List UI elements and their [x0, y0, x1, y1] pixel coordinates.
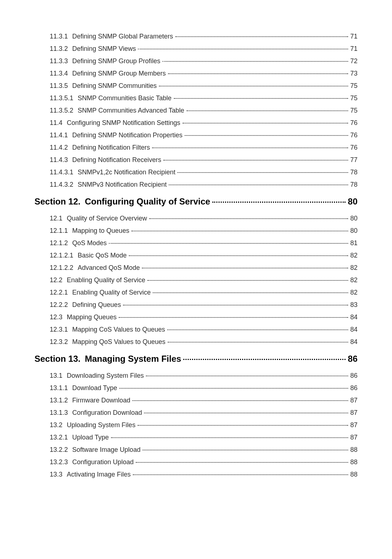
toc-entry-title: Defining Notification Receivers: [72, 156, 161, 164]
toc-leader-dots: [183, 123, 348, 123]
toc-entry-page: 81: [350, 239, 358, 247]
toc-leader-dots: [174, 98, 348, 99]
toc-entry-number: 11.3.1: [50, 33, 68, 40]
toc-entry: 12.1.2QoS Modes81: [34, 239, 358, 247]
toc-leader-dots: [132, 400, 348, 401]
toc-entry-title: Downloading System Files: [67, 372, 144, 380]
toc-entry: 11.4.3Defining Notification Receivers77: [34, 156, 358, 164]
toc-entry: 12.1.2.2Advanced QoS Mode82: [34, 264, 358, 272]
toc-entry-number: 12.1.1: [50, 227, 68, 235]
toc-entry: 12.3.2Mapping QoS Values to Queues84: [34, 338, 358, 346]
toc-entry-title: SNMPv1,2c Notification Recipient: [78, 169, 175, 176]
toc-entry-page: 76: [350, 119, 358, 127]
toc-entry-number: 11.4.3.1: [50, 169, 73, 176]
toc-entry-title: Defining SNMP Group Profiles: [72, 57, 160, 65]
toc-entry-page: 82: [350, 252, 358, 259]
toc-leader-dots: [138, 425, 348, 426]
toc-entry-page: 76: [350, 131, 358, 139]
toc-entry: 13.2.1Upload Type87: [34, 434, 358, 441]
toc-entry: 13.1Downloading System Files86: [34, 372, 358, 380]
toc-entry-number: 13.1: [50, 372, 62, 380]
toc-entry-page: 71: [350, 45, 358, 53]
toc-entry-number: 12.1.2: [50, 239, 68, 247]
toc-entry-number: 13.2.3: [50, 458, 68, 466]
toc-entry-title: Uploading System Files: [67, 421, 135, 429]
toc-entry: 11.4.2Defining Notification Filters76: [34, 144, 358, 151]
toc-entry: 12.3.1Mapping CoS Values to Queues84: [34, 326, 358, 333]
toc-entry-page: 77: [350, 156, 358, 164]
toc-entry-page: 87: [350, 434, 358, 441]
toc-entry-number: 12.1.2.2: [50, 264, 73, 272]
toc-leader-dots: [152, 147, 348, 148]
toc-entry-number: 13.1.3: [50, 409, 68, 417]
toc-leader-dots: [163, 61, 348, 62]
toc-entry: 13.1.1Download Type86: [34, 384, 358, 392]
toc-leader-dots: [212, 202, 346, 203]
toc-entry: 11.4.3.1SNMPv1,2c Notification Recipient…: [34, 169, 358, 176]
toc-entry-number: 13.1.1: [50, 384, 68, 392]
toc-entry-page: 73: [350, 70, 358, 77]
toc-entry-title: Defining Queues: [72, 301, 121, 309]
toc-leader-dots: [167, 329, 348, 330]
toc-entry: Section 13.Managing System Files86: [34, 354, 358, 364]
toc-leader-dots: [142, 268, 348, 268]
toc-entry: 11.3.5Defining SNMP Communities75: [34, 82, 358, 90]
toc-entry-number: 13.1.2: [50, 397, 68, 404]
toc-leader-dots: [149, 218, 348, 219]
toc-entry: 12.1.1Mapping to Queues80: [34, 227, 358, 235]
toc-entry: 11.3.2Defining SNMP Views71: [34, 45, 358, 53]
toc-entry: 11.3.5.2SNMP Communities Advanced Table7…: [34, 107, 358, 114]
toc-entry-title: Firmware Download: [72, 397, 130, 404]
toc-leader-dots: [143, 450, 348, 450]
toc-entry-title: SNMPv3 Notification Recipient: [78, 181, 167, 189]
toc-entry-title: QoS Modes: [72, 239, 107, 247]
toc-leader-dots: [153, 292, 348, 293]
toc-entry: 13.3Activating Image Files88: [34, 471, 358, 478]
toc-entry-title: Defining SNMP Group Members: [72, 70, 166, 77]
toc-entry-number: 11.3.5.1: [50, 94, 73, 102]
toc-entry-page: 84: [350, 326, 358, 333]
toc-entry-title: SNMP Communities Advanced Table: [78, 107, 184, 114]
toc-entry-number: 12.3: [50, 313, 62, 321]
toc-entry: 11.3.5.1SNMP Communities Basic Table75: [34, 94, 358, 102]
toc-leader-dots: [138, 49, 348, 49]
toc-entry-title: Software Image Upload: [72, 446, 140, 454]
toc-entry-number: 12.3.2: [50, 338, 68, 346]
toc-entry-title: Download Type: [72, 384, 117, 392]
toc-leader-dots: [133, 474, 348, 475]
toc-entry-number: 11.3.5: [50, 82, 68, 90]
toc-entry: 12.2.1Enabling Quality of Service82: [34, 289, 358, 296]
toc-entry: 11.4.1Defining SNMP Notification Propert…: [34, 131, 358, 139]
toc-entry-title: Defining SNMP Global Parameters: [72, 33, 173, 40]
toc-entry-page: 75: [350, 94, 358, 102]
toc-entry-number: 11.3.4: [50, 70, 68, 77]
toc-entry-title: Enabling Quality of Service: [67, 276, 145, 284]
toc-entry-title: Defining SNMP Notification Properties: [72, 131, 183, 139]
toc-leader-dots: [111, 437, 348, 438]
toc-entry-number: 11.4.1: [50, 131, 68, 139]
toc-entry: 12.2Enabling Quality of Service82: [34, 276, 358, 284]
toc-entry-number: 12.2: [50, 276, 62, 284]
toc-leader-dots: [159, 86, 348, 86]
toc-entry-page: 86: [350, 384, 358, 392]
toc-entry-title: Configuration Upload: [72, 458, 134, 466]
toc-entry-page: 76: [350, 144, 358, 151]
toc-entry-page: 82: [350, 289, 358, 296]
toc-leader-dots: [169, 185, 348, 185]
toc-entry: 11.4.3.2SNMPv3 Notification Recipient78: [34, 181, 358, 189]
toc-entry: 13.1.2Firmware Download87: [34, 397, 358, 404]
toc-entry-page: 80: [350, 227, 358, 235]
toc-entry-title: Configuring SNMP Notification Settings: [67, 119, 180, 127]
toc-entry: 13.1.3Configuration Download87: [34, 409, 358, 417]
toc-leader-dots: [168, 73, 348, 74]
toc-entry-number: Section 12.: [34, 197, 81, 207]
toc-entry: 12.2.2Defining Queues83: [34, 301, 358, 309]
toc-entry-number: 11.4.2: [50, 144, 68, 151]
toc-leader-dots: [109, 243, 348, 244]
toc-leader-dots: [123, 305, 348, 305]
toc-entry-number: 12.3.1: [50, 326, 68, 333]
toc-entry-page: 80: [350, 215, 358, 222]
table-of-contents: 11.3.1Defining SNMP Global Parameters711…: [34, 33, 358, 478]
toc-entry-number: 11.3.5.2: [50, 107, 73, 114]
toc-entry-page: 87: [350, 409, 358, 417]
